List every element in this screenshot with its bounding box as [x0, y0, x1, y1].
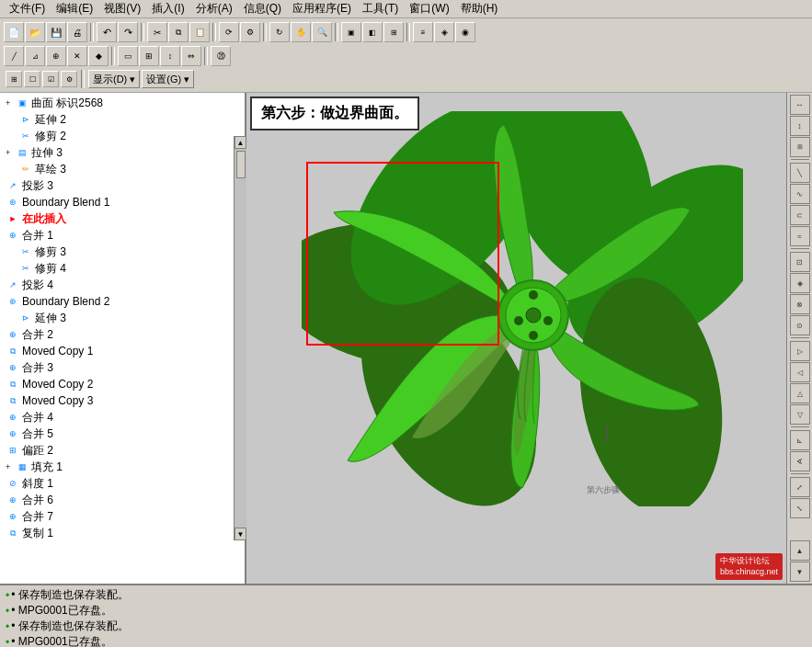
rt-btn-8[interactable]: ⊡	[790, 252, 810, 272]
rt-btn-11[interactable]: ⊙	[790, 315, 810, 335]
rt-btn-1[interactable]: ↔	[790, 95, 810, 115]
tb-copy[interactable]: ⧉	[168, 22, 189, 42]
tb-zoom[interactable]: 🔍	[312, 22, 332, 42]
tb3-2[interactable]: ☐	[24, 71, 40, 87]
rt-scroll-up[interactable]: ▲	[790, 540, 810, 561]
rt-btn-7[interactable]: ≈	[790, 226, 810, 246]
tree-area[interactable]: + ▣ 曲面 标识2568 ⊳ 延伸 2 ✂ 修剪 2 + ▤ 拉伸 3 ✏ 草…	[0, 93, 245, 584]
tb-orient1[interactable]: ▣	[341, 22, 361, 42]
tree-item-trim3[interactable]: ✂ 修剪 3	[2, 244, 243, 260]
tb2-7[interactable]: ⊞	[139, 46, 159, 66]
rt-btn-19[interactable]: ⤡	[790, 498, 810, 518]
tree-item-sketch3[interactable]: ✏ 草绘 3	[2, 161, 243, 177]
rt-scroll-dn[interactable]: ▼	[790, 562, 810, 582]
rt-btn-16[interactable]: ⊾	[790, 430, 810, 450]
scroll-up-btn[interactable]: ▲	[234, 136, 246, 149]
tree-item-trim2[interactable]: ✂ 修剪 2	[2, 128, 243, 144]
rt-btn-15[interactable]: ▽	[790, 404, 810, 425]
menu-analysis[interactable]: 分析(A)	[190, 0, 238, 18]
menu-edit[interactable]: 编辑(E)	[51, 0, 98, 18]
rt-btn-14[interactable]: △	[790, 383, 810, 403]
tree-item-merge2[interactable]: ⊕ 合并 2	[2, 326, 243, 343]
tb-orient2[interactable]: ◧	[362, 22, 383, 42]
menu-tools[interactable]: 工具(T)	[357, 0, 404, 18]
tb2-3[interactable]: ⊕	[46, 46, 66, 66]
rt-btn-9[interactable]: ◈	[790, 273, 810, 293]
viewport[interactable]: 第六步：做边界曲面。	[246, 93, 812, 584]
tree-item-extend2[interactable]: ⊳ 延伸 2	[2, 111, 243, 128]
tree-item-copy3[interactable]: ⧉ Moved Copy 3	[2, 392, 243, 409]
rt-btn-4[interactable]: ╲	[790, 163, 810, 183]
tree-item-fill1[interactable]: + ▦ 填充 1	[2, 459, 243, 475]
tree-item-merge7[interactable]: ⊕ 合并 7	[2, 508, 243, 525]
tb-pan[interactable]: ✋	[291, 22, 311, 42]
tree-item-copy4[interactable]: ⧉ 复制 1	[2, 525, 243, 541]
tree-item-merge6[interactable]: ⊕ 合并 6	[2, 492, 243, 508]
tree-item-project3[interactable]: ↗ 投影 3	[2, 177, 243, 194]
tb-redo[interactable]: ↷	[118, 22, 138, 42]
tb3-4[interactable]: ⚙	[61, 71, 77, 87]
menu-file[interactable]: 文件(F)	[4, 0, 51, 18]
tree-item-extend3[interactable]: ⊳ 延伸 3	[2, 310, 243, 326]
tree-item-merge3[interactable]: ⊕ 合并 3	[2, 359, 243, 376]
tb2-2[interactable]: ⊿	[25, 46, 45, 66]
tb-display-mode[interactable]: ◈	[434, 22, 454, 42]
tb2-8[interactable]: ↕	[160, 46, 180, 66]
scroll-down-btn[interactable]: ▼	[234, 528, 246, 540]
rt-btn-6[interactable]: ⊂	[790, 205, 810, 225]
tb-open[interactable]: 📂	[25, 22, 45, 42]
tree-item-copy2[interactable]: ⧉ Moved Copy 2	[2, 376, 243, 392]
tree-item-copy1[interactable]: ⧉ Moved Copy 1	[2, 343, 243, 359]
display-dropdown[interactable]: 显示(D) ▾	[88, 70, 140, 88]
rt-btn-5[interactable]: ∿	[790, 184, 810, 204]
tree-item-blend1[interactable]: ⊛ Boundary Blend 1	[2, 194, 243, 210]
rt-btn-18[interactable]: ⤢	[790, 477, 810, 497]
tb-save[interactable]: 💾	[46, 22, 66, 42]
settings-dropdown[interactable]: 设置(G) ▾	[142, 70, 194, 88]
rt-btn-10[interactable]: ⊗	[790, 294, 810, 314]
tree-item-extrude3[interactable]: + ▤ 拉伸 3	[2, 144, 243, 161]
tb-repaint[interactable]: ⟳	[219, 22, 239, 42]
tree-scrollbar[interactable]: ▲ ▼	[234, 136, 246, 540]
tb-cut[interactable]: ✂	[147, 22, 167, 42]
tb2-9[interactable]: ⇔	[181, 46, 201, 66]
tb-paste[interactable]: 📋	[189, 22, 210, 42]
rt-btn-2[interactable]: ↕	[790, 116, 810, 136]
menu-view[interactable]: 视图(V)	[98, 0, 146, 18]
tree-item-offset2[interactable]: ⊞ 偏距 2	[2, 442, 243, 459]
rt-btn-17[interactable]: ∢	[790, 451, 810, 471]
tree-item-merge5[interactable]: ⊕ 合并 5	[2, 426, 243, 442]
tree-item-draft1[interactable]: ⊘ 斜度 1	[2, 475, 243, 492]
tb2-10[interactable]: ⑳	[211, 46, 231, 66]
rt-btn-3[interactable]: ⊞	[790, 137, 810, 157]
tb2-6[interactable]: ▭	[118, 46, 138, 66]
rt-btn-13[interactable]: ◁	[790, 362, 810, 382]
tree-item-merge1[interactable]: ⊕ 合并 1	[2, 227, 243, 244]
menu-apps[interactable]: 应用程序(E)	[287, 0, 357, 18]
tb2-4[interactable]: ✕	[67, 46, 87, 66]
tree-item-project4[interactable]: ↗ 投影 4	[2, 277, 243, 293]
scroll-thumb[interactable]	[236, 151, 246, 178]
menu-info[interactable]: 信息(Q)	[238, 0, 287, 18]
menu-insert[interactable]: 插入(I)	[146, 0, 189, 18]
tree-item-surface[interactable]: + ▣ 曲面 标识2568	[2, 95, 243, 111]
menu-help[interactable]: 帮助(H)	[455, 0, 504, 18]
tree-item-merge4[interactable]: ⊕ 合并 4	[2, 409, 243, 426]
tb-print[interactable]: 🖨	[67, 22, 87, 42]
tb-undo[interactable]: ↶	[97, 22, 117, 42]
rt-btn-12[interactable]: ▷	[790, 341, 810, 361]
tb-orient3[interactable]: ⊞	[383, 22, 404, 42]
tree-item-insert[interactable]: ► 在此插入	[2, 210, 243, 227]
tb-regen[interactable]: ⚙	[240, 22, 260, 42]
tb2-1[interactable]: ╱	[4, 46, 24, 66]
tb-shading[interactable]: ◉	[455, 22, 475, 42]
tree-item-blend2[interactable]: ⊛ Boundary Blend 2	[2, 293, 243, 310]
menu-window[interactable]: 窗口(W)	[404, 0, 454, 18]
tb2-5[interactable]: ◆	[88, 46, 109, 66]
tb-new[interactable]: 📄	[4, 22, 24, 42]
tree-item-trim4[interactable]: ✂ 修剪 4	[2, 260, 243, 277]
tb-spin[interactable]: ↻	[269, 22, 290, 42]
tb3-3[interactable]: ☑	[42, 71, 59, 87]
tb3-1[interactable]: ⊞	[6, 71, 22, 87]
tb-layers[interactable]: ≡	[413, 22, 433, 42]
